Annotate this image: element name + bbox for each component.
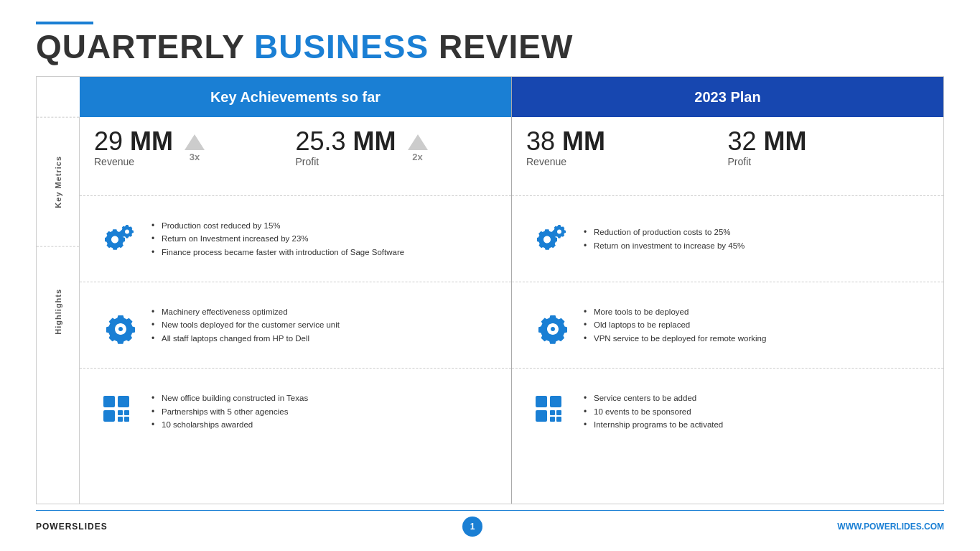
list-item: Finance process became faster with intro…	[151, 246, 497, 259]
svg-rect-0	[103, 396, 115, 407]
svg-rect-7	[536, 396, 547, 407]
left-metrics-row: 29 MM Revenue 3x	[80, 117, 511, 196]
grid-icon-right-3	[526, 392, 577, 432]
left-profit-value: 25.3 MM	[296, 129, 396, 154]
page-container: QUARTERLY BUSINESS REVIEW Key Achievemen…	[0, 0, 980, 551]
gear-single-icon-left-2	[94, 304, 144, 347]
left-profit-multiplier: 2x	[412, 152, 422, 162]
svg-rect-10	[550, 410, 555, 415]
title-business: BUSINESS	[254, 28, 429, 65]
grid-icon-left-3	[94, 392, 144, 432]
list-item: All staff laptops changed from HP to Del…	[151, 332, 497, 345]
col-header-achievements-label: Key Achievements so far	[210, 89, 381, 106]
list-item: Reduction of production costs to 25%	[584, 226, 929, 239]
left-profit-arrow: 2x	[408, 134, 428, 162]
right-highlight-row-1: Reduction of production costs to 25% Ret…	[512, 196, 943, 282]
svg-rect-9	[536, 410, 547, 422]
col-header-plan: 2023 Plan	[511, 77, 943, 117]
footer-page-number: 1	[462, 517, 482, 537]
columns-container: 29 MM Revenue 3x	[80, 117, 943, 504]
left-highlight-row-1: Production cost reduced by 15% Return on…	[80, 196, 511, 282]
svg-rect-12	[550, 417, 555, 422]
right-bullet-list-2: More tools to be deployed Old laptops to…	[584, 305, 929, 345]
right-profit-numbers: 32 MM Profit	[728, 129, 807, 167]
spacer	[37, 77, 80, 117]
left-highlight-text-2: Machinery effectiveness optimized New to…	[144, 305, 497, 345]
main-table: Key Achievements so far 2023 Plan Key Me…	[36, 76, 944, 504]
right-bullet-list-1: Reduction of production costs to 25% Ret…	[584, 226, 929, 252]
left-highlight-row-3: New office building constructed in Texas…	[80, 369, 511, 455]
left-profit-numbers: 25.3 MM Profit	[296, 129, 396, 167]
footer-brand: POWERSLIDES	[36, 522, 108, 532]
list-item: Internship programs to be activated	[584, 418, 929, 431]
right-revenue-value: 38 MM	[526, 129, 605, 154]
right-highlight-row-2: More tools to be deployed Old laptops to…	[512, 282, 943, 369]
right-highlight-text-2: More tools to be deployed Old laptops to…	[577, 305, 929, 345]
right-profit-block: 32 MM Profit	[728, 129, 930, 167]
svg-rect-3	[118, 410, 123, 415]
left-bullet-list-3: New office building constructed in Texas…	[151, 392, 497, 431]
right-column: 38 MM Revenue 32 MM Profit	[512, 117, 943, 504]
right-revenue-label: Revenue	[526, 156, 605, 167]
gear-single-icon-right-2	[526, 304, 577, 347]
list-item: Service centers to be added	[584, 392, 929, 404]
left-revenue-value: 29 MM	[94, 129, 173, 154]
list-item: 10 events to be sponsored	[584, 405, 929, 418]
right-bullet-list-3: Service centers to be added 10 events to…	[584, 392, 929, 431]
right-profit-value: 32 MM	[728, 129, 807, 154]
gear-multi-icon-right-1	[526, 218, 577, 261]
left-bullet-list-1: Production cost reduced by 15% Return on…	[151, 219, 497, 259]
header-accent	[36, 22, 93, 24]
svg-rect-5	[118, 417, 123, 422]
right-metrics-row: 38 MM Revenue 32 MM Profit	[512, 117, 943, 196]
right-profit-label: Profit	[728, 156, 807, 167]
left-highlight-text-1: Production cost reduced by 15% Return on…	[144, 219, 497, 259]
svg-rect-8	[550, 396, 561, 407]
left-revenue-multiplier: 3x	[190, 152, 200, 162]
left-highlight-text-3: New office building constructed in Texas…	[144, 392, 497, 431]
col-header-achievements: Key Achievements so far	[80, 77, 511, 117]
gear-multi-icon-left-1	[94, 218, 144, 261]
row-label-highlights2	[37, 375, 79, 504]
svg-rect-6	[124, 417, 129, 422]
svg-rect-4	[124, 410, 129, 415]
left-revenue-arrow: 3x	[185, 134, 205, 162]
row-labels: Key Metrics Highlights	[37, 117, 80, 504]
row-label-metrics: Key Metrics	[37, 117, 79, 246]
left-highlight-row-2: Machinery effectiveness optimized New to…	[80, 282, 511, 369]
right-revenue-numbers: 38 MM Revenue	[526, 129, 605, 167]
list-item: Partnerships with 5 other agencies	[151, 405, 497, 418]
left-bullet-list-2: Machinery effectiveness optimized New to…	[151, 305, 497, 345]
list-item: Return on Investment increased by 23%	[151, 232, 497, 245]
left-profit-label: Profit	[296, 156, 396, 167]
page-title: QUARTERLY BUSINESS REVIEW	[36, 30, 944, 63]
footer-url: WWW.POWERLIDES.COM	[837, 522, 944, 532]
footer: POWERSLIDES 1 WWW.POWERLIDES.COM	[36, 510, 944, 537]
title-review: REVIEW	[429, 28, 573, 65]
col-header-plan-label: 2023 Plan	[694, 89, 760, 106]
right-highlight-text-3: Service centers to be added 10 events to…	[577, 392, 929, 431]
left-profit-block: 25.3 MM Profit 2x	[296, 129, 498, 167]
list-item: Machinery effectiveness optimized	[151, 305, 497, 318]
arrow-up-icon-2	[408, 134, 428, 150]
content-area: Key Metrics Highlights 29 MM	[37, 117, 943, 504]
list-item: VPN service to be deployed for remote wo…	[584, 332, 929, 345]
list-item: 10 scholarships awarded	[151, 418, 497, 431]
left-revenue-label: Revenue	[94, 156, 173, 167]
svg-rect-2	[103, 410, 115, 422]
list-item: More tools to be deployed	[584, 305, 929, 318]
list-item: New tools deployed for the customer serv…	[151, 318, 497, 331]
list-item: Production cost reduced by 15%	[151, 219, 497, 232]
left-revenue-block: 29 MM Revenue 3x	[94, 129, 296, 167]
svg-rect-13	[556, 417, 561, 422]
left-column: 29 MM Revenue 3x	[80, 117, 512, 504]
col-headers: Key Achievements so far 2023 Plan	[37, 77, 943, 117]
row-label-highlights: Highlights	[37, 246, 79, 376]
svg-rect-1	[118, 396, 129, 407]
svg-rect-11	[556, 410, 561, 415]
title-quarterly: QUARTERLY	[36, 28, 254, 65]
list-item: New office building constructed in Texas	[151, 392, 497, 404]
right-highlight-text-1: Reduction of production costs to 25% Ret…	[577, 226, 929, 252]
list-item: Old laptops to be replaced	[584, 318, 929, 331]
right-revenue-block: 38 MM Revenue	[526, 129, 728, 167]
